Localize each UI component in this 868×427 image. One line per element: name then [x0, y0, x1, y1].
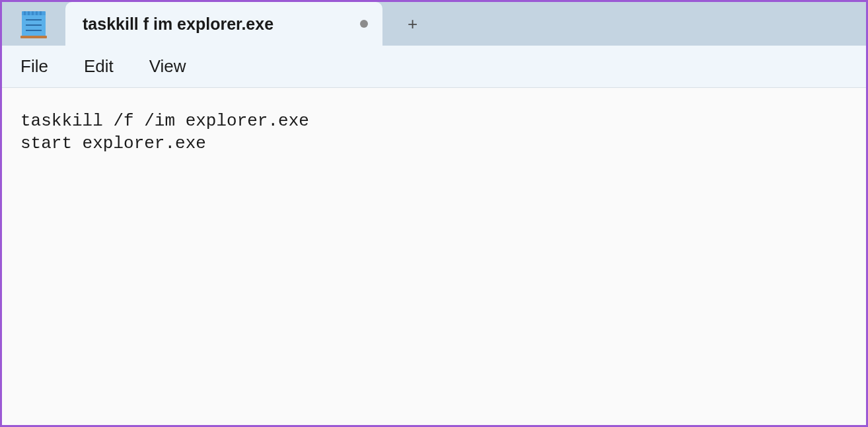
titlebar: taskkill f im explorer.exe +	[2, 2, 866, 46]
app-icon-container	[2, 2, 65, 46]
tab-modified-indicator-icon[interactable]	[360, 20, 368, 28]
menu-edit[interactable]: Edit	[84, 56, 114, 77]
text-editor[interactable]: taskkill /f /im explorer.exe start explo…	[2, 88, 866, 425]
tab-active[interactable]: taskkill f im explorer.exe	[65, 2, 382, 46]
menu-file[interactable]: File	[20, 56, 48, 77]
menu-view[interactable]: View	[149, 56, 186, 77]
new-tab-area: +	[382, 2, 417, 46]
new-tab-button[interactable]: +	[408, 15, 417, 32]
menubar: File Edit View	[2, 46, 866, 88]
notepad-icon	[22, 11, 46, 36]
tab-title: taskkill f im explorer.exe	[83, 15, 340, 34]
